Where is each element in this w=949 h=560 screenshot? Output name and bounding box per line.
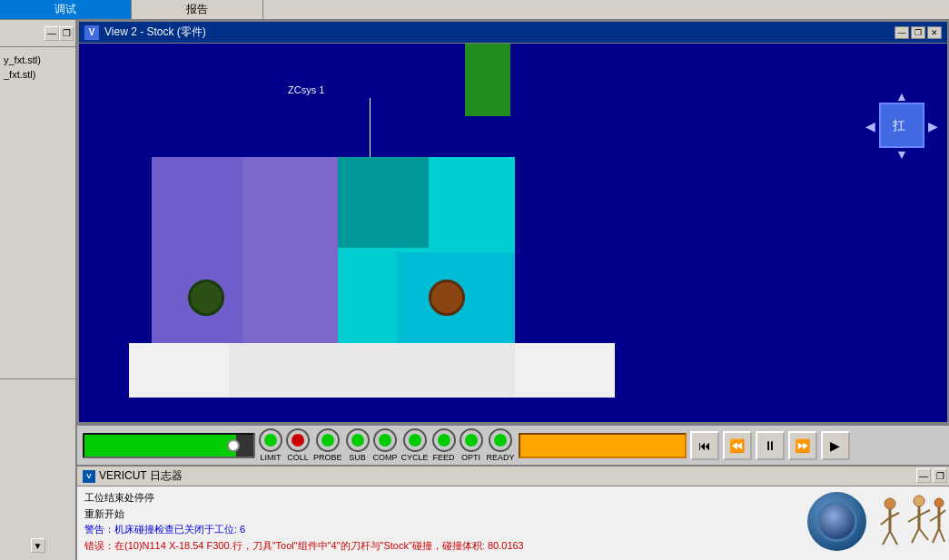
hole-right (429, 280, 465, 316)
viewport-titlebar: V View 2 - Stock (零件) — ❐ ✕ (79, 22, 947, 44)
orange-status-bar (519, 433, 687, 458)
play-button[interactable]: ▶ (821, 431, 850, 460)
svg-point-7 (914, 496, 924, 506)
controls-bar: LIMIT COLL PROBE SUB COMP CYCLE FEED (77, 424, 949, 465)
indicator-feed: FEED (432, 428, 456, 462)
indicator-probe: PROBE (313, 428, 342, 462)
svg-line-6 (890, 531, 897, 545)
mascot-area (874, 490, 946, 554)
menu-report[interactable]: 报告 (132, 0, 263, 19)
vericut-logo (807, 492, 866, 551)
stock-base-left (129, 343, 229, 398)
rewind-button[interactable]: ⏮ (690, 431, 719, 460)
indicator-cycle: CYCLE (401, 428, 429, 462)
menu-debug[interactable]: 调试 (0, 0, 132, 19)
nav-cube-face[interactable]: 扛 (879, 103, 924, 148)
nav-arrow-down[interactable]: ▼ (895, 147, 908, 162)
svg-line-10 (919, 510, 930, 516)
viewport-window: V View 2 - Stock (零件) — ❐ ✕ ZCsys 1 X Y (77, 20, 949, 424)
indicator-sub: SUB (346, 428, 370, 462)
dropdown-arrow[interactable]: ▼ (31, 538, 45, 553)
log-mascots (804, 483, 949, 560)
restore-icon[interactable]: ❐ (59, 26, 74, 41)
viewport-title: View 2 - Stock (零件) (104, 25, 895, 40)
svg-line-12 (919, 528, 928, 540)
indicator-comp: COMP (373, 428, 398, 462)
viewport-close-button[interactable]: ✕ (927, 26, 942, 39)
left-panel: — ❐ y_fxt.stl) _fxt.stl) ▼ (0, 20, 77, 560)
file-item-2: _fxt.stl) (4, 69, 72, 80)
svg-line-18 (939, 528, 944, 542)
menu-bar: 调试 报告 (0, 0, 949, 20)
indicator-ready: READY (487, 428, 515, 462)
log-icon: V (83, 470, 95, 483)
log-controls: — ❐ (914, 467, 949, 485)
indicator-limit: LIMIT (259, 428, 282, 462)
log-restore-button[interactable]: ❐ (933, 468, 947, 483)
viewport-scene[interactable]: ZCsys 1 X Y ▲ 扛 (79, 44, 947, 422)
viewport-minimize-button[interactable]: — (895, 26, 909, 39)
stock-base-right (515, 343, 615, 398)
file-item-1: y_fxt.stl) (4, 54, 72, 65)
svg-point-13 (934, 498, 944, 507)
progress-knob[interactable] (227, 439, 240, 452)
svg-line-11 (912, 528, 919, 543)
progress-fill (84, 435, 236, 457)
nav-arrow-up[interactable]: ▲ (895, 89, 908, 103)
step-back-button[interactable]: ⏪ (723, 431, 752, 460)
step-forward-button[interactable]: ⏩ (788, 431, 817, 460)
left-panel-header: — ❐ (0, 20, 75, 47)
viewport-controls: — ❐ ✕ (895, 26, 942, 39)
left-panel-bottom: ▼ (0, 378, 75, 560)
stock-teal-shadow (338, 157, 429, 248)
svg-line-17 (933, 528, 939, 543)
indicator-opti: OPTI (460, 428, 483, 462)
svg-line-9 (908, 516, 919, 522)
axis-label: ZCsys 1 (288, 84, 324, 95)
nav-cube: ▲ 扛 ▼ ◀ ▶ (865, 89, 938, 162)
log-window: V VERICUT 日志器 — ❐ 工位结束处停停 重新开始 警告：机床碰撞检查… (77, 465, 949, 560)
viewport-icon: V (84, 25, 99, 40)
svg-line-5 (883, 531, 890, 545)
svg-text:扛: 扛 (892, 119, 905, 133)
log-minimize-button[interactable]: — (916, 468, 931, 483)
progress-slider[interactable] (83, 433, 255, 458)
tool-shaft (465, 44, 510, 116)
minimize-icon[interactable]: — (44, 26, 59, 41)
indicator-coll: COLL (286, 428, 310, 462)
hole-left (188, 280, 224, 316)
svg-point-1 (885, 498, 895, 509)
log-title: VERICUT 日志器 (99, 468, 183, 484)
pause-button[interactable]: ⏸ (756, 431, 785, 460)
nav-arrow-left[interactable]: ◀ (865, 119, 875, 133)
nav-arrow-right[interactable]: ▶ (928, 119, 938, 133)
mascot-svg (874, 490, 946, 554)
viewport-restore-button[interactable]: ❐ (911, 26, 925, 39)
vericut-logo-inner (816, 501, 857, 542)
